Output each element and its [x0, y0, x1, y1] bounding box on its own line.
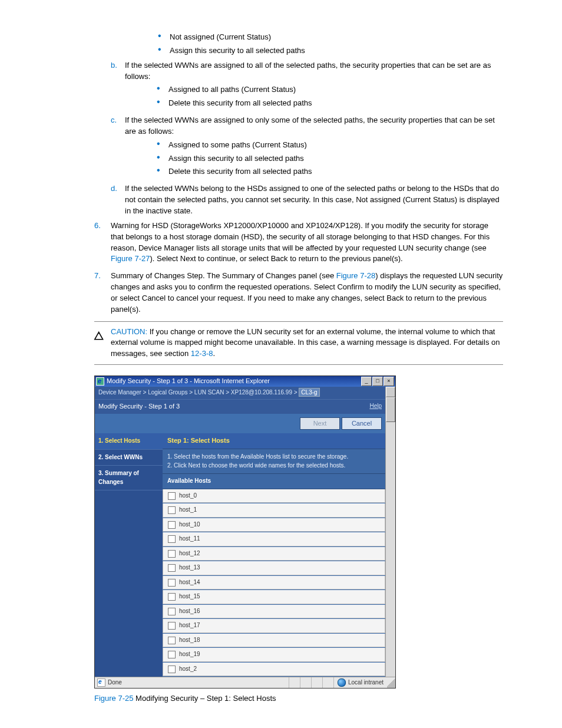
minimize-button[interactable]: _: [361, 377, 372, 386]
host-row[interactable]: host_12: [163, 547, 385, 561]
figure-link[interactable]: Figure 7-28: [336, 271, 375, 280]
wizard-main: 1. Select Hosts 2. Select WWNs 3. Summar…: [95, 433, 385, 677]
host-row[interactable]: host_13: [163, 561, 385, 575]
status-zone: Local intranet: [348, 678, 384, 687]
host-checkbox[interactable]: [168, 564, 176, 572]
window-titlebar: Modify Security - Step 1 of 3 - Microsof…: [95, 376, 395, 387]
status-done: Done: [108, 678, 122, 687]
host-label: host_14: [179, 578, 200, 587]
step-title: Step 1: Select Hosts: [163, 433, 385, 449]
figure-caption: Figure 7-25 Modifying Security – Step 1:…: [94, 693, 503, 704]
host-checkbox[interactable]: [168, 666, 176, 673]
host-checkbox[interactable]: [168, 608, 176, 615]
host-label: host_13: [179, 564, 200, 572]
list-letter: c.: [111, 115, 125, 180]
breadcrumb-current[interactable]: CL3-g: [299, 388, 319, 397]
bullet-item: Assign this security to all selected pat…: [158, 45, 503, 57]
bullet-item: Assigned to all paths (Current Status): [157, 84, 503, 95]
scroll-thumb[interactable]: [386, 397, 395, 422]
numbered-steps: 6. Warning for HSD (StorageWorks XP12000…: [94, 220, 503, 315]
host-row[interactable]: host_10: [163, 518, 385, 532]
caution-icon: △: [94, 327, 111, 360]
host-row[interactable]: host_18: [163, 634, 385, 648]
help-link[interactable]: Help: [369, 402, 382, 411]
host-row[interactable]: host_1: [163, 503, 385, 518]
host-label: host_1: [179, 506, 197, 515]
host-checkbox[interactable]: [168, 550, 176, 558]
host-label: host_18: [179, 636, 200, 645]
breadcrumb: Device Manager > Logical Groups > LUN SC…: [95, 387, 385, 399]
document-body: Not assigned (Current Status) Assign thi…: [94, 32, 503, 704]
host-checkbox[interactable]: [168, 593, 176, 601]
list-letter: b.: [111, 60, 125, 111]
scroll-up-button[interactable]: [386, 387, 395, 397]
host-checkbox[interactable]: [168, 506, 176, 514]
step-number: 6.: [94, 220, 111, 265]
bullet-item: Assigned to some paths (Current Status): [157, 140, 503, 151]
bullet-item: Assign this security to all selected pat…: [157, 153, 503, 164]
lettered-list: b. If the selected WWNs are assigned to …: [94, 60, 503, 217]
maximize-button[interactable]: □: [372, 377, 383, 386]
figure-link[interactable]: Figure 7-27: [111, 254, 150, 263]
host-row[interactable]: host_2: [163, 663, 385, 677]
ie-window: Modify Security - Step 1 of 3 - Microsof…: [94, 375, 396, 689]
cancel-button[interactable]: Cancel: [342, 417, 382, 430]
nav-step-1[interactable]: 1. Select Hosts: [95, 433, 163, 450]
item-c-text: If the selected WWNs are assigned to onl…: [125, 116, 495, 136]
scrollbar[interactable]: [385, 387, 395, 677]
host-checkbox[interactable]: [168, 579, 176, 587]
host-checkbox[interactable]: [168, 535, 176, 543]
host-label: host_11: [179, 535, 200, 543]
next-button[interactable]: Next: [300, 417, 340, 430]
status-bar: Done Local intranet: [95, 677, 395, 688]
host-label: host_0: [179, 492, 197, 500]
wizard-nav: 1. Select Hosts 2. Select WWNs 3. Summar…: [95, 433, 163, 677]
host-checkbox[interactable]: [168, 651, 176, 658]
caution-block: △ CAUTION: If you change or remove the L…: [94, 321, 503, 365]
list-letter: d.: [111, 183, 125, 217]
instructions: 1. Select the hosts from the Available H…: [163, 449, 385, 473]
host-checkbox[interactable]: [168, 492, 176, 500]
host-checkbox[interactable]: [168, 521, 176, 529]
host-label: host_12: [179, 549, 200, 558]
section-link[interactable]: 12-3-8: [191, 349, 213, 358]
host-row[interactable]: host_15: [163, 590, 385, 604]
bullet-item: Not assigned (Current Status): [158, 32, 503, 43]
figure: Modify Security - Step 1 of 3 - Microsof…: [94, 375, 503, 704]
step-7-body: Summary of Changes Step. The Summary of …: [111, 271, 503, 315]
host-row[interactable]: host_0: [163, 489, 385, 503]
host-label: host_15: [179, 592, 200, 601]
host-checkbox[interactable]: [168, 622, 176, 630]
caution-text: CAUTION: If you change or remove the LUN…: [111, 327, 503, 360]
nav-step-2[interactable]: 2. Select WWNs: [95, 450, 163, 466]
figure-number: Figure 7-25: [94, 694, 133, 703]
host-row[interactable]: host_16: [163, 605, 385, 619]
done-icon: [97, 678, 105, 687]
wizard-button-row: Next Cancel: [95, 414, 385, 434]
wizard-header: Modify Security - Step 1 of 3 Help: [95, 399, 385, 414]
intranet-icon: [338, 678, 346, 687]
list-a-bullets: Not assigned (Current Status) Assign thi…: [94, 32, 503, 57]
resize-grip[interactable]: [387, 677, 395, 688]
window-title: Modify Security - Step 1 of 3 - Microsof…: [107, 377, 361, 386]
host-label: host_2: [179, 665, 197, 674]
list-b-bullets: Assigned to all paths (Current Status) D…: [125, 84, 503, 109]
item-d-text: If the selected WWNs belong to the HSDs …: [125, 184, 500, 215]
hosts-list: host_0host_1host_10host_11host_12host_13…: [163, 489, 385, 677]
host-label: host_17: [179, 621, 200, 630]
item-b-text: If the selected WWNs are assigned to all…: [125, 61, 491, 81]
available-hosts-header: Available Hosts: [163, 473, 385, 489]
host-label: host_19: [179, 650, 200, 659]
host-row[interactable]: host_19: [163, 648, 385, 662]
nav-step-3[interactable]: 3. Summary of Changes: [95, 466, 163, 490]
host-checkbox[interactable]: [168, 637, 176, 644]
wizard-title: Modify Security - Step 1 of 3: [98, 402, 180, 411]
host-row[interactable]: host_14: [163, 576, 385, 590]
bullet-item: Delete this security from all selected p…: [157, 98, 503, 109]
caution-label: CAUTION:: [111, 327, 147, 336]
ie-icon: [96, 377, 104, 386]
host-row[interactable]: host_17: [163, 619, 385, 633]
close-button[interactable]: ×: [384, 377, 394, 386]
host-row[interactable]: host_11: [163, 532, 385, 546]
wizard-content: Step 1: Select Hosts 1. Select the hosts…: [163, 433, 385, 677]
